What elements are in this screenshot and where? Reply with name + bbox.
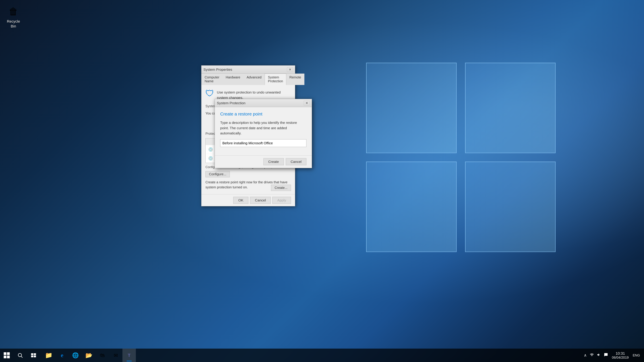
svg-rect-2: [4, 356, 6, 358]
create-restore-heading: Create a restore point: [220, 111, 306, 117]
taskbar-store[interactable]: 🛍: [96, 349, 109, 362]
system-properties-close-button[interactable]: ✕: [287, 67, 293, 72]
windows-logo-background: [358, 54, 592, 289]
taskbar-explorer2[interactable]: 📂: [82, 349, 96, 362]
win-pane-top-left: [366, 63, 457, 153]
svg-rect-7: [34, 353, 36, 355]
recycle-bin-label: Recycle Bin: [5, 19, 22, 29]
system-tray: ∧ 10:31 06/04/2019 ENG: [580, 351, 644, 360]
system-properties-titlebar: System Properties ✕: [202, 65, 295, 73]
recycle-bin-icon[interactable]: 🗑 Recycle Bin: [3, 3, 24, 30]
win-pane-bottom-right: [465, 162, 556, 252]
drive-l-icon: 💿: [208, 155, 214, 161]
apply-button[interactable]: Apply: [272, 197, 291, 204]
svg-rect-9: [34, 356, 36, 357]
header-description: Use system protection to undo unwanted s…: [217, 90, 291, 100]
svg-rect-1: [7, 352, 10, 355]
system-properties-title: System Properties: [204, 67, 232, 71]
svg-point-4: [18, 354, 22, 357]
taskbar-apps: 📁 e 🌐 📂 🛍 ✉ T: [40, 349, 580, 362]
tab-hardware[interactable]: Hardware: [222, 73, 244, 85]
clock[interactable]: 10:31 06/04/2019: [610, 351, 630, 360]
start-button[interactable]: [0, 349, 14, 362]
task-view-button[interactable]: [27, 349, 40, 362]
subdialog-title: System Protection: [217, 101, 245, 105]
create-restore-desc: Type a description to help you identify …: [220, 120, 306, 136]
tab-system-protection[interactable]: System Protection: [265, 73, 286, 85]
clock-time: 10:31: [612, 351, 629, 356]
svg-rect-8: [31, 356, 33, 357]
subdialog-titlebar: System Protection ✕: [215, 99, 312, 107]
svg-line-5: [21, 356, 22, 358]
create-restore-button[interactable]: Create...: [271, 185, 291, 191]
recycle-bin-image: 🗑: [7, 5, 20, 18]
tab-advanced[interactable]: Advanced: [244, 73, 265, 85]
tray-expand-icon[interactable]: ∧: [583, 352, 588, 358]
taskbar-teams[interactable]: T: [122, 349, 136, 362]
cancel-button[interactable]: Cancel: [250, 197, 271, 204]
system-properties-tabs: Computer Name Hardware Advanced System P…: [202, 73, 295, 85]
system-protection-icon: 🛡: [206, 88, 214, 98]
svg-rect-6: [31, 353, 33, 355]
tab-computer-name[interactable]: Computer Name: [202, 73, 222, 85]
tray-language-icon: ENG: [632, 353, 641, 358]
tray-network-icon[interactable]: [589, 352, 594, 359]
create-restore-section: Create a restore point right now for the…: [206, 180, 291, 191]
win-pane-bottom-left: [366, 162, 457, 252]
taskbar: 📁 e 🌐 📂 🛍 ✉ T ∧: [0, 349, 644, 362]
clock-date: 06/04/2019: [612, 356, 629, 360]
system-properties-footer: OK Cancel Apply: [202, 194, 295, 206]
subdialog-footer: Create Cancel: [215, 155, 312, 168]
search-button[interactable]: [14, 349, 27, 362]
subdialog-create-button[interactable]: Create: [264, 158, 284, 165]
subdialog-close-button[interactable]: ✕: [304, 101, 310, 105]
drive-d-icon: 💿: [208, 146, 214, 152]
taskbar-mail[interactable]: ✉: [109, 349, 122, 362]
restore-point-input[interactable]: [220, 139, 306, 147]
dialog-header: 🛡 Use system protection to undo unwanted…: [206, 88, 291, 100]
system-protection-subdialog: System Protection ✕ Create a restore poi…: [215, 99, 312, 168]
tray-volume-icon[interactable]: [596, 352, 602, 359]
svg-rect-3: [7, 356, 10, 358]
subdialog-cancel-button[interactable]: Cancel: [286, 158, 306, 165]
configure-button[interactable]: Configure...: [206, 171, 230, 177]
tray-notification-icon[interactable]: [603, 352, 608, 359]
win-pane-top-right: [465, 63, 556, 153]
taskbar-file-explorer[interactable]: 📁: [42, 349, 55, 362]
tab-remote[interactable]: Remote: [286, 73, 304, 85]
taskbar-ie[interactable]: 🌐: [69, 349, 82, 362]
taskbar-edge[interactable]: e: [55, 349, 69, 362]
desktop: 🗑 Recycle Bin System Properties ✕ Comput…: [0, 0, 644, 362]
svg-rect-0: [4, 352, 6, 355]
subdialog-content: Create a restore point Type a descriptio…: [215, 107, 312, 155]
ok-button[interactable]: OK: [233, 197, 248, 204]
